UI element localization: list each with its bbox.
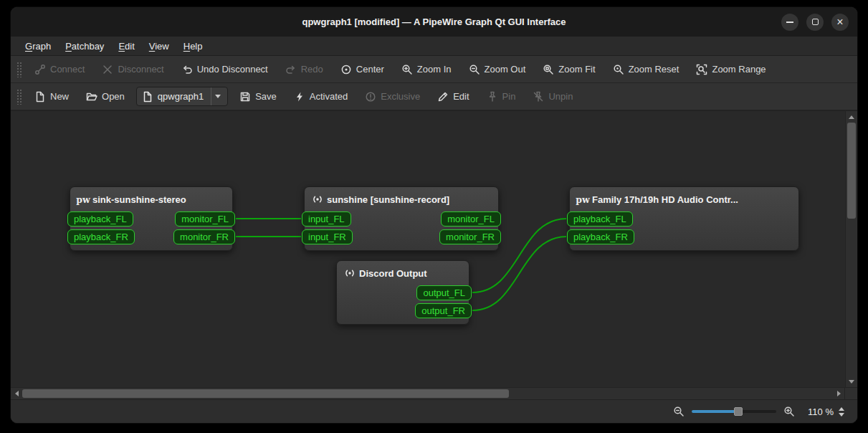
maximize-icon — [812, 19, 819, 25]
menu-graph[interactable]: Graph — [18, 37, 58, 55]
port-output-monitor_FL[interactable]: monitor_FL — [441, 211, 501, 227]
audio-app-icon — [344, 267, 356, 279]
new-icon — [34, 91, 46, 103]
toolbar-button-save[interactable]: Save — [234, 87, 282, 106]
node-header: pwFamily 17h/19h HD Audio Contr... — [570, 191, 798, 208]
toolbar-button-pin[interactable]: Pin — [481, 87, 522, 106]
toolbar-button-zoom-out[interactable]: Zoom Out — [463, 60, 532, 79]
toolbar-button-zoom-in[interactable]: Zoom In — [396, 60, 457, 79]
zoom-slider[interactable] — [692, 406, 776, 417]
zoom-in-icon — [401, 64, 413, 75]
patchbay-selector[interactable]: qpwgraph1 — [136, 87, 228, 106]
toolbar-button-new[interactable]: New — [29, 87, 75, 106]
pin-icon — [487, 91, 498, 103]
node-header: Discord Output — [337, 265, 469, 282]
scroll-down-arrow[interactable] — [846, 376, 857, 387]
arrow-down-icon — [849, 380, 854, 384]
toolbar-drag-handle[interactable] — [16, 89, 22, 105]
horizontal-scrollbar-row — [11, 387, 857, 399]
node-ports: output_FLoutput_FR — [337, 285, 469, 318]
zoom-range-icon — [696, 64, 707, 75]
node-header: pwsink-sunshine-stereo — [70, 191, 232, 208]
toolbar-drag-handle[interactable] — [16, 62, 22, 77]
close-icon: × — [836, 16, 843, 28]
zoom-slider-handle[interactable] — [734, 407, 743, 416]
graph-canvas[interactable]: pwsink-sunshine-stereoplayback_FLplaybac… — [11, 111, 845, 387]
port-input-playback_FL[interactable]: playback_FL — [67, 211, 133, 227]
zoom-spinbox[interactable]: 110 % — [802, 404, 847, 419]
toolbar-button-zoom-range[interactable]: Zoom Range — [690, 60, 771, 79]
zoom-in-icon[interactable] — [783, 406, 795, 417]
port-output-monitor_FR[interactable]: monitor_FR — [173, 229, 235, 244]
patchbay-file-icon — [142, 91, 153, 103]
vertical-scroll-thumb[interactable] — [847, 123, 856, 219]
port-input-input_FR[interactable]: input_FR — [302, 229, 353, 244]
exclusive-icon — [365, 91, 376, 103]
toolbar-button-edit[interactable]: Edit — [431, 87, 474, 106]
toolbar-button-redo[interactable]: Redo — [280, 60, 329, 79]
port-input-playback_FR[interactable]: playback_FR — [67, 229, 135, 244]
node-title: Family 17h/19h HD Audio Contr... — [592, 194, 738, 205]
toolbar-button-exclusive[interactable]: Exclusive — [359, 87, 426, 106]
menu-patchbay[interactable]: Patchbay — [58, 37, 111, 55]
spin-down-icon[interactable] — [839, 413, 844, 417]
node-title: sink-sunshine-stereo — [92, 194, 186, 205]
vertical-scroll-track[interactable] — [846, 123, 857, 376]
menu-help[interactable]: Help — [176, 37, 210, 55]
toolbar-button-center[interactable]: Center — [335, 60, 390, 79]
toolbar-button-zoom-reset[interactable]: Zoom Reset — [607, 60, 685, 79]
zoom-fit-icon — [543, 64, 554, 75]
node-title: sunshine [sunshine-record] — [327, 194, 449, 205]
toolbar-button-disconnect[interactable]: Disconnect — [96, 60, 169, 79]
save-icon — [239, 91, 251, 103]
horizontal-scrollbar[interactable] — [11, 388, 844, 399]
scroll-up-arrow[interactable] — [846, 111, 857, 123]
scroll-left-arrow[interactable] — [11, 388, 22, 399]
toolbar-button-zoom-fit[interactable]: Zoom Fit — [537, 60, 601, 79]
node-sunshine-sunshine-record[interactable]: sunshine [sunshine-record]input_FLinput_… — [304, 186, 499, 251]
spinbox-arrows — [839, 407, 844, 417]
node-family-17h-19h-hd-audio-contr[interactable]: pwFamily 17h/19h HD Audio Contr...playba… — [569, 186, 799, 251]
graph-view: pwsink-sunshine-stereoplayback_FLplaybac… — [11, 110, 857, 387]
horizontal-scroll-thumb[interactable] — [22, 389, 509, 398]
horizontal-scroll-track[interactable] — [22, 388, 833, 399]
port-output-output_FL[interactable]: output_FL — [416, 285, 472, 300]
toolbar-button-activated[interactable]: Activated — [288, 87, 353, 106]
window-controls: × — [781, 7, 849, 37]
zoom-slider-fill — [692, 410, 738, 413]
zoom-out-icon[interactable] — [673, 406, 685, 417]
port-output-output_FR[interactable]: output_FR — [415, 303, 472, 318]
titlebar[interactable]: qpwgraph1 [modified] — A PipeWire Graph … — [11, 7, 857, 37]
port-input-playback_FL[interactable]: playback_FL — [567, 211, 633, 227]
toolbar-button-undo-disconnect[interactable]: Undo Disconnect — [176, 60, 274, 79]
activated-icon — [294, 91, 305, 103]
menu-view[interactable]: View — [142, 37, 176, 55]
arrow-right-icon — [837, 391, 841, 396]
vertical-scrollbar[interactable] — [845, 111, 857, 387]
scroll-right-arrow[interactable] — [833, 388, 844, 399]
node-discord-output[interactable]: Discord Outputoutput_FLoutput_FR — [336, 260, 469, 325]
node-title: Discord Output — [359, 268, 427, 279]
chevron-down-icon — [211, 87, 224, 105]
toolbar-file: NewOpenqpwgraph1SaveActivatedExclusiveEd… — [11, 83, 857, 110]
port-output-monitor_FR[interactable]: monitor_FR — [439, 229, 501, 244]
port-input-playback_FR[interactable]: playback_FR — [567, 229, 634, 244]
spin-up-icon[interactable] — [839, 407, 844, 411]
menu-edit[interactable]: Edit — [111, 37, 141, 55]
center-icon — [340, 64, 352, 75]
toolbar-graph: ConnectDisconnectUndo DisconnectRedoCent… — [11, 56, 857, 83]
maximize-button[interactable] — [806, 14, 824, 31]
minimize-icon — [786, 22, 793, 23]
port-output-monitor_FL[interactable]: monitor_FL — [175, 211, 235, 227]
close-button[interactable]: × — [831, 14, 849, 31]
node-header: sunshine [sunshine-record] — [305, 191, 498, 208]
toolbar-button-connect[interactable]: Connect — [29, 60, 90, 79]
zoom-out-icon — [469, 64, 480, 75]
disconnect-icon — [102, 64, 113, 75]
minimize-button[interactable] — [781, 14, 798, 31]
node-sink-sunshine-stereo[interactable]: pwsink-sunshine-stereoplayback_FLplaybac… — [70, 186, 233, 251]
window-title: qpwgraph1 [modified] — A PipeWire Graph … — [302, 16, 566, 27]
toolbar-button-unpin[interactable]: Unpin — [527, 87, 578, 106]
port-input-input_FL[interactable]: input_FL — [302, 211, 351, 227]
toolbar-button-open[interactable]: Open — [80, 87, 130, 106]
